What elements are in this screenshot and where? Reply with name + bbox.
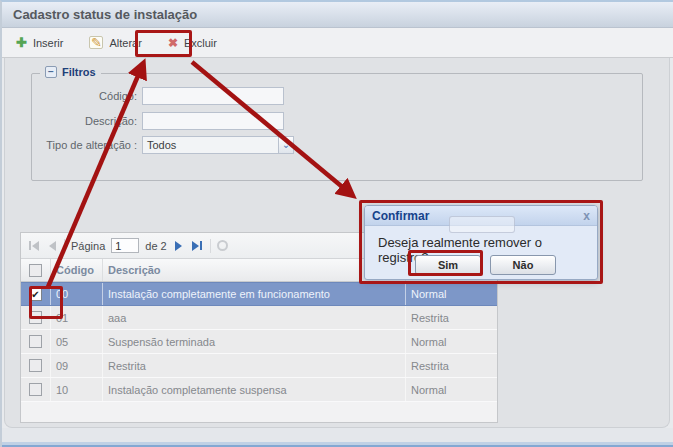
window-titlebar: Cadastro status de instalação xyxy=(2,2,673,28)
row-checkbox[interactable] xyxy=(29,383,42,396)
table-row[interactable]: 09 Restrita Restrita xyxy=(21,354,497,378)
descricao-input[interactable] xyxy=(142,112,284,130)
cell-tipo: Normal xyxy=(406,330,495,353)
cell-codigo: 01 xyxy=(51,306,103,329)
cell-codigo: 09 xyxy=(51,354,103,377)
edit-icon: ✎ xyxy=(89,36,103,49)
tipo-alteracao-value: Todos xyxy=(147,139,176,151)
cell-codigo: 05 xyxy=(51,330,103,353)
app-window: Cadastro status de instalação ✚ Inserir … xyxy=(0,0,673,447)
row-checkbox[interactable] xyxy=(29,335,42,348)
close-icon[interactable]: x xyxy=(583,210,590,222)
cell-tipo: Restrita xyxy=(406,354,495,377)
select-all-checkbox-cell xyxy=(21,259,51,281)
cell-descricao: Instalação completamente suspensa xyxy=(103,378,406,401)
codigo-input[interactable] xyxy=(142,87,284,105)
filters-fieldset: − Filtros Código: Descrição: Tipo de alt… xyxy=(31,73,643,181)
row-checkbox[interactable] xyxy=(29,359,42,372)
dialog-message: Deseja realmente remover o registro? xyxy=(378,235,588,265)
dialog-title: Confirmar xyxy=(372,209,429,223)
alter-button[interactable]: ✎ Alterar xyxy=(83,33,147,52)
cell-tipo: Restrita xyxy=(406,306,495,329)
filters-legend-label: Filtros xyxy=(62,66,96,78)
plus-icon: ✚ xyxy=(16,36,27,49)
confirm-dialog: Confirmar x Deseja realmente remover o r… xyxy=(364,205,598,280)
no-button[interactable]: Não xyxy=(490,255,556,275)
row-checkbox[interactable] xyxy=(29,311,42,324)
tipo-alteracao-select[interactable]: Todos xyxy=(142,136,278,154)
table-row[interactable]: 05 Suspensão terminada Normal xyxy=(21,330,497,354)
cell-tipo: Normal xyxy=(406,378,495,401)
insert-button-label: Inserir xyxy=(33,37,64,49)
cell-descricao: aaa xyxy=(103,306,406,329)
chevron-down-icon[interactable]: ⌄ xyxy=(278,136,294,154)
refresh-icon[interactable] xyxy=(217,240,228,251)
cell-descricao: Suspensão terminada xyxy=(103,330,406,353)
first-page-button[interactable] xyxy=(27,241,41,251)
yes-button[interactable]: Sim xyxy=(415,255,481,275)
filters-legend: − Filtros xyxy=(40,66,101,78)
table-row[interactable]: 10 Instalação completamente suspensa Nor… xyxy=(21,378,497,402)
page-label: Página xyxy=(71,240,105,252)
page-title: Cadastro status de instalação xyxy=(13,7,197,22)
insert-button[interactable]: ✚ Inserir xyxy=(10,33,69,52)
cell-descricao: Restrita xyxy=(103,354,406,377)
cell-codigo: 10 xyxy=(51,378,103,401)
select-all-checkbox[interactable] xyxy=(29,264,42,277)
ghost-button xyxy=(449,216,515,233)
page-number-input[interactable] xyxy=(111,238,139,253)
alter-button-label: Alterar xyxy=(109,37,141,49)
table-row[interactable]: ✔ 00 Instalação completamente em funcion… xyxy=(21,282,497,306)
prev-page-button[interactable] xyxy=(47,241,58,251)
delete-button-label: Excluir xyxy=(184,37,217,49)
column-header-codigo[interactable]: Código xyxy=(51,259,103,281)
collapse-icon[interactable]: − xyxy=(45,66,57,78)
column-header-descricao[interactable]: Descrição xyxy=(103,259,406,281)
page-total-label: de 2 xyxy=(145,240,166,252)
codigo-label: Código: xyxy=(37,90,142,102)
toolbar: ✚ Inserir ✎ Alterar ✖ Excluir xyxy=(2,28,673,58)
descricao-label: Descrição: xyxy=(37,115,142,127)
row-checkbox[interactable]: ✔ xyxy=(29,288,42,301)
next-page-button[interactable] xyxy=(173,241,184,251)
table-row[interactable]: 01 aaa Restrita xyxy=(21,306,497,330)
cell-descricao: Instalação completamente em funcionament… xyxy=(103,283,406,305)
delete-icon: ✖ xyxy=(168,37,178,49)
cell-tipo: Normal xyxy=(406,283,495,305)
cell-codigo: 00 xyxy=(51,283,103,305)
last-page-button[interactable] xyxy=(190,241,204,251)
tipo-alteracao-label: Tipo de alteração : xyxy=(37,139,142,151)
delete-button[interactable]: ✖ Excluir xyxy=(162,34,223,52)
